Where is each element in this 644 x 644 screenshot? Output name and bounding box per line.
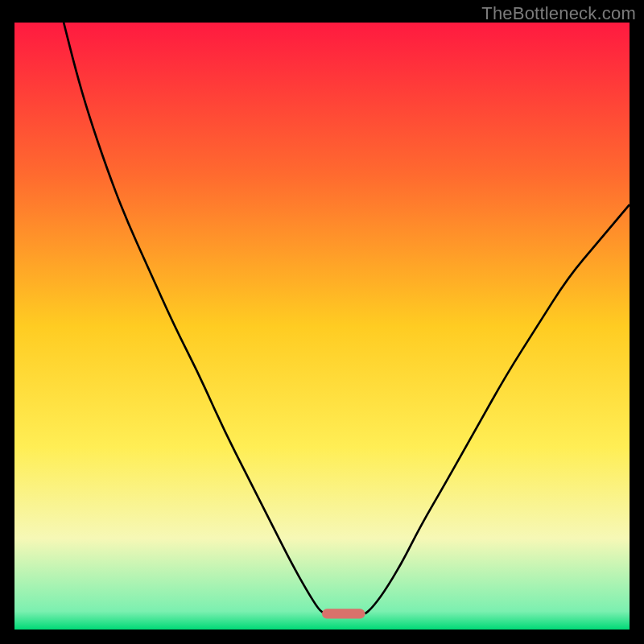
chart-frame: TheBottleneck.com (0, 0, 644, 644)
attribution-text: TheBottleneck.com (481, 3, 636, 24)
bottleneck-chart (14, 23, 630, 630)
minimum-marker (322, 609, 365, 618)
